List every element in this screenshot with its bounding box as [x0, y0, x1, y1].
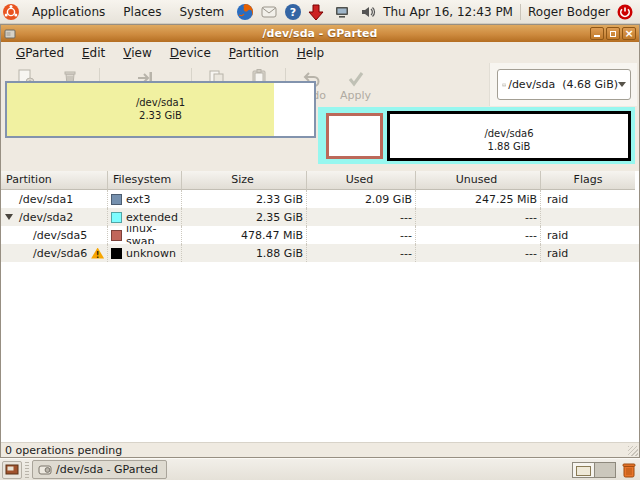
logout-icon[interactable] — [616, 3, 634, 21]
partition-block-sda6[interactable]: /dev/sda6 1.88 GiB — [387, 111, 631, 161]
menu-places[interactable]: Places — [115, 2, 169, 22]
gparted-task-icon — [38, 464, 52, 476]
used-cell: 2.09 GiB — [307, 190, 416, 208]
apply-button[interactable]: Apply — [333, 65, 378, 105]
table-row-sda1[interactable]: /dev/sda1 ext3 2.33 GiB 2.09 GiB 247.25 … — [1, 190, 639, 208]
partition-name: /dev/sda1 — [1, 193, 73, 206]
flags-cell: raid — [541, 244, 635, 262]
maximize-button[interactable] — [606, 27, 620, 40]
menu-help[interactable]: Help — [288, 43, 333, 63]
unused-cell: --- — [416, 244, 541, 262]
col-header-used[interactable]: Used — [307, 171, 416, 190]
panel-clock[interactable]: Thu Apr 16, 12:43 PM — [383, 5, 513, 19]
task-button-label: /dev/sda - GParted — [56, 463, 158, 476]
partition-block-size: 2.33 GiB — [7, 110, 314, 123]
col-header-partition[interactable]: Partition — [1, 171, 108, 190]
expander-icon[interactable] — [5, 214, 13, 220]
used-cell: --- — [307, 226, 416, 244]
menu-applications[interactable]: Applications — [24, 2, 113, 22]
menu-partition[interactable]: Partition — [220, 43, 288, 63]
filesystem-name: ext3 — [126, 193, 150, 206]
filesystem-color-swatch — [111, 248, 122, 259]
network-monitor-icon[interactable] — [333, 3, 351, 21]
used-cell: --- — [307, 244, 416, 262]
filesystem-name: linux-swap — [126, 226, 181, 244]
show-desktop-button[interactable] — [2, 461, 22, 479]
device-selector-panel: /dev/sda (4.68 GiB) — [489, 63, 637, 106]
table-row-sda5[interactable]: /dev/sda5 linux-swap 478.47 MiB --- --- … — [1, 226, 639, 244]
partition-block-name: /dev/sda6 — [390, 128, 628, 141]
partition-block-size: 1.88 GiB — [390, 141, 628, 154]
table-row-sda6[interactable]: /dev/sda6 unknown 1.88 GiB --- --- raid — [1, 244, 639, 262]
size-cell: 2.33 GiB — [182, 190, 307, 208]
partition-block-name: /dev/sda1 — [7, 97, 314, 110]
close-button[interactable]: × — [622, 27, 636, 40]
gnome-top-panel: Applications Places System ? Thu Apr 16,… — [0, 0, 640, 24]
col-header-filesystem[interactable]: Filesystem — [108, 171, 182, 190]
gparted-window: /dev/sda - GParted × GParted Edit View D… — [0, 24, 640, 458]
update-notifier-icon[interactable] — [307, 3, 325, 21]
filesystem-name: unknown — [126, 247, 176, 260]
table-header: Partition Filesystem Size Used Unused Fl… — [1, 171, 639, 190]
menu-edit[interactable]: Edit — [73, 43, 114, 63]
partition-name: /dev/sda5 — [1, 229, 87, 242]
col-header-flags[interactable]: Flags — [541, 171, 635, 190]
partition-block-extended[interactable]: /dev/sda6 1.88 GiB — [318, 107, 635, 164]
workspace-2[interactable] — [595, 463, 616, 477]
warning-icon — [91, 248, 104, 259]
hard-drive-icon — [502, 78, 506, 92]
partition-block-swap[interactable] — [326, 113, 383, 159]
filesystem-color-swatch — [111, 230, 122, 241]
volume-icon[interactable] — [359, 3, 377, 21]
device-selector[interactable]: /dev/sda (4.68 GiB) — [497, 69, 631, 100]
trash-applet-icon[interactable] — [621, 461, 637, 479]
flags-cell: raid — [541, 226, 635, 244]
disk-visual-area: /dev/sda1 2.33 GiB /dev/sda6 1.88 GiB — [1, 107, 639, 171]
user-switcher[interactable]: Roger Bodger — [528, 5, 610, 19]
operations-pending-text: 0 operations pending — [5, 444, 122, 457]
minimize-button[interactable] — [590, 27, 604, 40]
panel-separator — [520, 4, 521, 20]
used-cell: --- — [307, 208, 416, 226]
help-launcher-icon[interactable]: ? — [284, 3, 302, 21]
filesystem-color-swatch — [111, 212, 122, 223]
window-titlebar[interactable]: /dev/sda - GParted × — [1, 25, 639, 42]
filesystem-name: extended — [126, 211, 178, 224]
size-cell: 478.47 MiB — [182, 226, 307, 244]
firefox-launcher-icon[interactable] — [236, 3, 254, 21]
partition-name: /dev/sda6 — [1, 247, 87, 260]
svg-text:?: ? — [290, 6, 296, 19]
ubuntu-logo-icon[interactable] — [2, 3, 20, 21]
table-row-sda2[interactable]: /dev/sda2 extended 2.35 GiB --- --- — [1, 208, 639, 226]
menu-view[interactable]: View — [114, 43, 160, 63]
size-cell: 1.88 GiB — [182, 244, 307, 262]
resize-grip[interactable] — [628, 446, 638, 456]
menu-device[interactable]: Device — [161, 43, 220, 63]
filesystem-color-swatch — [111, 194, 122, 205]
mail-launcher-icon[interactable] — [260, 3, 278, 21]
workspace-switcher[interactable] — [572, 462, 616, 478]
col-header-unused[interactable]: Unused — [416, 171, 541, 190]
unused-cell: 247.25 MiB — [416, 190, 541, 208]
window-title: /dev/sda - GParted — [1, 27, 639, 40]
task-button-gparted[interactable]: /dev/sda - GParted — [32, 460, 167, 479]
size-cell: 2.35 GiB — [182, 208, 307, 226]
device-selector-value: /dev/sda (4.68 GiB) — [508, 78, 618, 91]
chevron-down-icon — [618, 82, 626, 87]
menu-gparted[interactable]: GParted — [7, 43, 73, 63]
flags-cell: raid — [541, 190, 635, 208]
status-bar: 0 operations pending — [1, 442, 639, 457]
unused-cell: --- — [416, 226, 541, 244]
partition-block-sda1[interactable]: /dev/sda1 2.33 GiB — [5, 81, 316, 138]
apply-check-icon — [346, 68, 366, 88]
menubar: GParted Edit View Device Partition Help — [1, 42, 639, 63]
desktop-icon — [5, 464, 19, 476]
unused-cell: --- — [416, 208, 541, 226]
menu-system[interactable]: System — [171, 2, 232, 22]
gparted-window-icon — [4, 28, 16, 40]
bottom-taskbar: /dev/sda - GParted — [0, 458, 640, 480]
workspace-1[interactable] — [573, 463, 595, 477]
col-header-size[interactable]: Size — [182, 171, 307, 190]
flags-cell — [541, 208, 635, 226]
taskbar-handle[interactable] — [25, 462, 29, 478]
